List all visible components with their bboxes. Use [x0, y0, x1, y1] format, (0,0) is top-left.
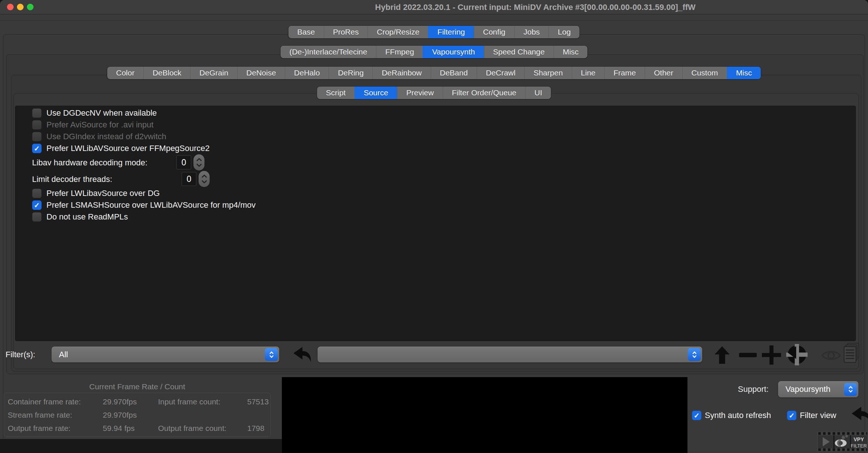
tab[interactable]: Misc: [727, 67, 761, 79]
spinbox-row: Limit decoder threads: 0: [15, 171, 855, 187]
chevron-down-icon: [202, 180, 207, 183]
tab[interactable]: Frame: [604, 67, 645, 79]
option-checkbox-row[interactable]: ✓ Prefer LSMASHSource over LWLibAVSource…: [15, 199, 855, 211]
tab[interactable]: DeBlock: [143, 67, 190, 79]
checkbox[interactable]: ✓: [32, 144, 42, 153]
tab[interactable]: Vapoursynth: [423, 46, 484, 58]
tab[interactable]: Color: [107, 67, 143, 79]
spinbox-value[interactable]: 0: [176, 155, 191, 169]
add-filter-icon[interactable]: [762, 345, 781, 365]
source-options-list: ✓ Use DGDecNV when available ✓ Prefer Av…: [15, 106, 856, 341]
checkbox-group-2: ✓ Prefer LWLibavSource over DG ✓ Prefer …: [15, 187, 855, 223]
tab[interactable]: Sharpen: [524, 67, 571, 79]
chevron-up-icon: [202, 175, 207, 178]
tab[interactable]: Misc: [553, 46, 587, 58]
filter-expression-dropdown[interactable]: [318, 347, 702, 362]
spinbox-stepper[interactable]: [193, 154, 204, 171]
tab[interactable]: Other: [645, 67, 682, 79]
option-checkbox-row[interactable]: ✓ Do not use ReadMPLs: [15, 211, 855, 223]
filter-text: FILTER: [851, 443, 867, 449]
frame-info-title: Current Frame Rate / Count: [4, 382, 271, 391]
spinbox-stepper[interactable]: [199, 171, 210, 187]
tab[interactable]: Log: [549, 26, 580, 38]
tab[interactable]: DeCrawl: [477, 67, 525, 79]
option-checkbox-row[interactable]: ✓ Prefer LWLibavSource over DG: [15, 187, 855, 199]
tab[interactable]: ProRes: [324, 26, 368, 38]
script-pages-icon[interactable]: [843, 343, 860, 363]
frame-info-groupbox: Container frame rate: 29.970fps Input fr…: [4, 393, 271, 437]
tab[interactable]: Script: [317, 87, 354, 99]
updown-chevron-icon: [848, 385, 853, 393]
replace-filter-icon[interactable]: [786, 344, 808, 365]
support-label: Support:: [696, 381, 769, 397]
hybrid-window: Hybrid 2022.03.20.1 - Current input: Min…: [0, 0, 868, 453]
spinbox-value[interactable]: 0: [182, 172, 196, 186]
option-checkbox-row[interactable]: ✓ Synth auto refresh: [692, 410, 771, 421]
window-title: Hybrid 2022.03.20.1 - Current input: Min…: [0, 0, 868, 14]
video-preview-area: [282, 377, 687, 453]
tab[interactable]: Jobs: [514, 26, 549, 38]
filters-label: Filter(s):: [6, 347, 35, 362]
dropdown-button[interactable]: [844, 383, 857, 396]
tab[interactable]: Filter Order/Queue: [442, 87, 525, 99]
option-checkbox-row[interactable]: ✓ Use DGIndex instead of d2vwitch: [15, 131, 855, 143]
checkbox[interactable]: ✓: [32, 189, 42, 198]
remove-filter-icon[interactable]: [739, 353, 757, 357]
chevron-up-icon: [196, 158, 202, 161]
titlebar: Hybrid 2022.03.20.1 - Current input: Min…: [0, 0, 868, 14]
option-checkbox-row[interactable]: ✓ Use DGDecNV when available: [15, 107, 855, 119]
frame-info-row: Container frame rate: 29.970fps Input fr…: [4, 395, 270, 408]
tab[interactable]: Source: [354, 87, 397, 99]
bottom-strip: [0, 439, 282, 453]
tab[interactable]: Preview: [397, 87, 443, 99]
checkbox[interactable]: ✓: [692, 411, 701, 420]
checkbox[interactable]: ✓: [32, 212, 42, 222]
dropdown-button[interactable]: [688, 348, 701, 361]
tab[interactable]: Config: [474, 26, 514, 38]
frame-info-row: Stream frame rate: 29.970fps: [4, 408, 270, 422]
tab[interactable]: FFmpeg: [376, 46, 423, 58]
vpy-filter-badge: VPY FILTER: [817, 432, 868, 452]
vpy-text: VPY: [854, 436, 864, 442]
checkbox[interactable]: ✓: [32, 200, 42, 210]
check-icon: ✓: [34, 202, 40, 209]
checkbox[interactable]: ✓: [32, 108, 42, 118]
tab[interactable]: DeHalo: [285, 67, 329, 79]
tab[interactable]: Line: [572, 67, 605, 79]
spinner-group: Libav hardware decoding mode: 0 Limit de…: [15, 154, 855, 187]
frame-info-row: Output frame rate: 59.94 fps Output fram…: [4, 422, 270, 435]
tab[interactable]: Filtering: [428, 26, 474, 38]
checkbox[interactable]: ✓: [32, 120, 42, 130]
dropdown-button[interactable]: [265, 348, 278, 361]
main-tabbar: BaseProResCrop/ResizeFilteringConfigJobs…: [288, 26, 580, 38]
updown-chevron-icon: [269, 351, 274, 359]
undo-icon[interactable]: [850, 404, 868, 426]
option-checkbox-row[interactable]: ✓ Filter view: [787, 410, 836, 421]
checkbox[interactable]: ✓: [787, 411, 797, 420]
tab[interactable]: Base: [288, 26, 324, 38]
tab[interactable]: DeGrain: [190, 67, 237, 79]
option-checkbox-row[interactable]: ✓ Prefer LWLibAVSource over FFMpegSource…: [15, 143, 855, 154]
option-checkbox-row[interactable]: ✓ Prefer AviSource for .avi input: [15, 119, 855, 131]
support-dropdown[interactable]: Vapoursynth: [778, 381, 858, 397]
check-icon: ✓: [694, 412, 700, 419]
checkbox[interactable]: ✓: [32, 132, 42, 141]
checkbox-group-1: ✓ Use DGDecNV when available ✓ Prefer Av…: [15, 107, 855, 154]
check-icon: ✓: [789, 412, 795, 419]
tab[interactable]: Crop/Resize: [368, 26, 428, 38]
tab[interactable]: DeBand: [431, 67, 477, 79]
move-up-icon[interactable]: [714, 345, 730, 365]
preview-eye-icon[interactable]: [822, 349, 841, 362]
tab[interactable]: (De-)Interlace/Telecine: [280, 46, 376, 58]
tab[interactable]: DeRainbow: [372, 67, 431, 79]
tab[interactable]: DeNoise: [237, 67, 285, 79]
tab[interactable]: UI: [525, 87, 551, 99]
tab[interactable]: DeRing: [329, 67, 372, 79]
filtering-tabbar: (De-)Interlace/TelecineFFmpegVapoursynth…: [280, 46, 587, 58]
undo-icon[interactable]: [292, 345, 314, 365]
tab[interactable]: Custom: [682, 67, 727, 79]
tab[interactable]: Speed Change: [484, 46, 553, 58]
chevron-down-icon: [196, 164, 202, 167]
updown-chevron-icon: [692, 351, 697, 359]
filter-select-dropdown[interactable]: All: [52, 347, 279, 362]
